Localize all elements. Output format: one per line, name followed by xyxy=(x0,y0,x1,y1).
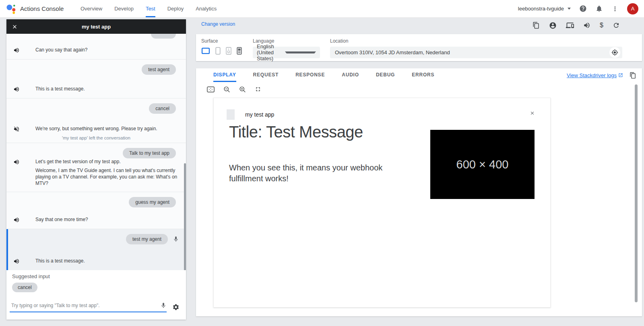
nav-item-analytics[interactable]: Analytics xyxy=(196,0,217,17)
chat-block: cancel We're sorry, but something went w… xyxy=(6,98,186,143)
agent-message: Welcome, I am the TV Guide agent. I can … xyxy=(35,167,185,187)
suggested-chip-cancel[interactable]: cancel xyxy=(12,283,37,292)
devices-icon[interactable] xyxy=(566,21,574,29)
zoom-in-icon[interactable] xyxy=(239,86,246,93)
avatar[interactable]: A xyxy=(627,3,638,14)
simulator-footer: Suggested input cancel xyxy=(6,270,186,320)
preview-image: 600 × 400 xyxy=(430,130,535,199)
simulator-header: my test app xyxy=(6,19,186,34)
language-select[interactable]: English (United States) xyxy=(253,47,320,58)
surface-phone-icon[interactable] xyxy=(215,47,221,55)
tab-response[interactable]: RESPONSE xyxy=(295,68,325,82)
surface-speaker-icon[interactable] xyxy=(226,47,231,55)
user-chip[interactable]: test my agent xyxy=(126,234,168,244)
overflow-menu-icon[interactable] xyxy=(611,5,619,12)
volume-icon[interactable] xyxy=(13,217,20,223)
nav-item-develop[interactable]: Develop xyxy=(114,0,134,17)
input-mic-icon[interactable] xyxy=(160,302,167,309)
location-input[interactable] xyxy=(330,49,622,55)
agent-message: Say that one more time? xyxy=(35,216,185,223)
surface-kaios-phone-icon[interactable] xyxy=(237,47,242,55)
volume-icon[interactable] xyxy=(13,47,20,53)
preview-close-icon[interactable] xyxy=(530,111,535,116)
fit-screen-icon[interactable] xyxy=(207,86,215,92)
billing-icon[interactable]: $ xyxy=(600,22,603,29)
chat-block: Can you say that again? xyxy=(6,34,186,59)
project-name: leeboonstra-tvguide xyxy=(518,6,564,12)
my-location-icon[interactable] xyxy=(609,47,620,58)
user-chip[interactable]: cancel xyxy=(149,103,176,114)
nav-item-deploy[interactable]: Deploy xyxy=(167,0,184,17)
volume-icon[interactable] xyxy=(13,159,20,165)
fullscreen-icon[interactable] xyxy=(255,86,261,92)
chevron-down-icon xyxy=(285,51,316,53)
help-icon[interactable] xyxy=(579,5,587,12)
zoom-out-icon[interactable] xyxy=(223,86,230,93)
chat-block: Talk to my test app Let's get the test v… xyxy=(6,143,186,192)
primary-nav: Overview Develop Test Deploy Analytics xyxy=(80,0,217,17)
agent-message-row: Can you say that again? xyxy=(6,47,186,53)
notifications-icon[interactable] xyxy=(595,5,603,12)
agent-message: Can you say that again? xyxy=(35,47,185,53)
brand: Actions Console xyxy=(0,0,75,17)
chat-input-row xyxy=(10,302,180,312)
nav-item-overview[interactable]: Overview xyxy=(80,0,102,17)
conversation-note: 'my test app' left the conversation xyxy=(6,135,186,140)
chat-block: test agent This is a test message. xyxy=(6,59,186,98)
settings-icon[interactable] xyxy=(172,303,180,311)
preview-title: Title: Test Message xyxy=(229,123,363,141)
account-icon[interactable] xyxy=(549,22,557,29)
language-value: English (United States) xyxy=(257,43,285,62)
tab-errors[interactable]: ERRORS xyxy=(412,68,434,82)
tab-debug[interactable]: DEBUG xyxy=(376,68,395,82)
agent-message: This is a test message. xyxy=(35,86,185,92)
tab-request[interactable]: REQUEST xyxy=(253,68,279,82)
agent-message-row: Say that one more time? xyxy=(6,216,186,223)
close-icon[interactable] xyxy=(12,24,18,30)
content-scrollbar[interactable] xyxy=(635,84,638,302)
user-chip[interactable]: test agent xyxy=(142,64,176,75)
chat-block-active: test my agent This is a test message. xyxy=(6,229,186,270)
location-label: Location xyxy=(330,38,622,44)
user-chip[interactable]: Talk to my test app xyxy=(123,148,176,158)
settings-bar: Surface xyxy=(196,34,642,61)
simulator-title: my test app xyxy=(6,24,186,30)
change-version-link[interactable]: Change version xyxy=(201,21,235,27)
project-selector[interactable]: leeboonstra-tvguide xyxy=(518,6,571,12)
nav-right: leeboonstra-tvguide A xyxy=(518,0,644,17)
preview-body: When you see this, it means your webhook… xyxy=(229,162,395,184)
agent-message: We're sorry, but something went wrong. P… xyxy=(35,125,185,132)
workspace: Change version $ Surface xyxy=(196,19,642,320)
volume-icon[interactable] xyxy=(13,258,20,264)
tab-audio[interactable]: AUDIO xyxy=(342,68,359,82)
simulator-panel: my test app Can you say that again? test… xyxy=(6,19,186,320)
volume-icon[interactable] xyxy=(13,86,20,92)
surface-smart-display-icon[interactable] xyxy=(201,47,210,54)
nav-item-test[interactable]: Test xyxy=(146,0,155,17)
agent-message-row: Let's get the test version of my test ap… xyxy=(6,158,186,187)
surface-label: Surface xyxy=(201,38,253,44)
tabs-row: DISPLAY REQUEST RESPONSE AUDIO DEBUG ERR… xyxy=(196,68,642,82)
preview-image-label: 600 × 400 xyxy=(456,158,509,171)
workspace-toolbar: Change version $ xyxy=(196,19,642,34)
display-toolbar xyxy=(196,82,642,96)
chat-input[interactable] xyxy=(11,303,160,308)
agent-message: Let's get the test version of my test ap… xyxy=(35,158,185,165)
copy-icon[interactable] xyxy=(533,22,540,29)
chat-block: guess my agent Say that one more time? xyxy=(6,192,186,229)
user-chip[interactable]: guess my agent xyxy=(129,197,176,207)
brand-title: Actions Console xyxy=(20,5,64,12)
chat-scrollbar[interactable] xyxy=(184,163,186,270)
audio-icon[interactable] xyxy=(583,22,590,29)
response-panel: DISPLAY REQUEST RESPONSE AUDIO DEBUG ERR… xyxy=(196,68,642,316)
agent-message-row: This is a test message. xyxy=(6,86,186,92)
stackdriver-link[interactable]: View Stackdriver logs xyxy=(567,72,623,78)
refresh-icon[interactable] xyxy=(613,22,620,29)
mic-icon[interactable] xyxy=(173,236,179,242)
agent-message-row: This is a test message. xyxy=(6,258,186,264)
preview-avatar xyxy=(227,109,235,120)
volume-off-icon[interactable] xyxy=(13,126,20,132)
agent-message: This is a test message. xyxy=(35,258,185,264)
copy-response-icon[interactable] xyxy=(630,72,636,79)
tab-display[interactable]: DISPLAY xyxy=(213,68,236,82)
